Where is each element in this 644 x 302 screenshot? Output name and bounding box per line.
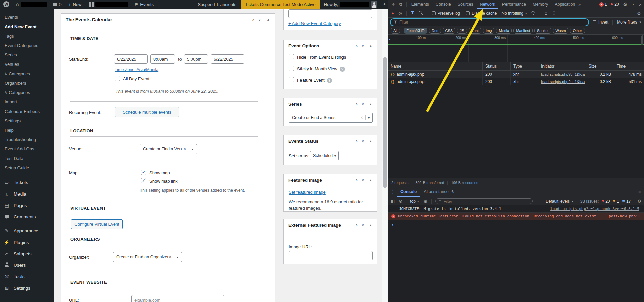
column-header-name[interactable]: Name	[388, 62, 483, 71]
column-header-time[interactable]: Time	[614, 62, 644, 71]
remove-x-icon[interactable]: ×	[169, 255, 171, 259]
tab-application[interactable]: Application	[551, 0, 578, 9]
sidebar-item-import[interactable]: Import	[0, 97, 54, 107]
sidebar-item-partial[interactable]: ✉WP Mail SMTP	[0, 298, 54, 302]
request-type-cell[interactable]: xhr	[511, 78, 538, 85]
info-badge[interactable]: ⚑17	[622, 199, 631, 204]
sidebar-item-plugins[interactable]: ⚡Plugins	[0, 236, 54, 248]
sidebar-item-settings[interactable]: Settings	[0, 116, 54, 126]
sidebar-item-calendar-embeds[interactable]: Calendar Embeds	[0, 107, 54, 116]
request-name-cell[interactable]: {}admin-ajax.php	[388, 78, 483, 85]
error-source-link[interactable]: post-new.php:1	[609, 214, 644, 218]
scrollbar-up-arrow[interactable]: ▲	[383, 2, 386, 5]
new-category-input[interactable]	[288, 9, 372, 18]
disable-cache-checkbox[interactable]	[466, 11, 470, 15]
sidebar-item-setup-guide[interactable]: Setup Guide	[0, 163, 54, 173]
record-icon[interactable]: ●	[391, 11, 394, 16]
chip-media[interactable]: Media	[496, 28, 512, 34]
show-map-checkbox[interactable]: ✓	[141, 170, 146, 175]
tab-network[interactable]: Network	[477, 0, 499, 9]
throttling-select[interactable]: No throttling	[501, 11, 523, 16]
schedule-multiple-events-button[interactable]: Schedule multiple events	[115, 107, 179, 117]
suspend-transients-menu[interactable]: Suspend Transients	[198, 2, 236, 7]
collapse-toggle-icon[interactable]: ▲	[369, 178, 372, 182]
request-initiator-cell[interactable]: load-scripts.php?c=1&loa	[538, 71, 586, 78]
move-up-icon[interactable]: ∧	[355, 43, 358, 48]
devtools-menu-icon[interactable]: ⋮	[631, 2, 636, 7]
request-initiator-cell[interactable]: load-scripts.php?c=1&loa	[538, 78, 586, 85]
inspect-icon[interactable]: ⌖	[392, 1, 395, 7]
timeline-scrollbar-thumb[interactable]	[641, 35, 643, 45]
disable-cache-label[interactable]: Disable cache	[472, 11, 497, 16]
log-source-link[interactable]: load-scripts.php?c=1…p-hooks&ver=6.8.1:5	[550, 207, 644, 211]
chip-img[interactable]: Img	[483, 28, 494, 34]
move-down-icon[interactable]: ∨	[361, 102, 364, 106]
move-up-icon[interactable]: ∧	[252, 17, 255, 22]
series-select[interactable]: Create or Find a Series × ▾	[289, 113, 373, 123]
collapse-toggle-icon[interactable]: ▲	[369, 139, 372, 143]
set-featured-image-link[interactable]: Set featured image	[289, 190, 326, 195]
network-conditions-icon[interactable]	[531, 11, 536, 15]
drawer-close-icon[interactable]: ×	[638, 189, 641, 195]
sidebar-item-tags[interactable]: Tags	[0, 32, 54, 41]
request-status-cell[interactable]: 200	[483, 71, 511, 78]
sidebar-item-event-add-ons[interactable]: Event Add-Ons	[0, 144, 54, 154]
chip-fetch-xhr[interactable]: Fetch/XHR	[404, 28, 427, 34]
move-down-icon[interactable]: ∨	[361, 223, 364, 227]
eye-icon[interactable]: ◉	[423, 199, 427, 204]
remove-x-icon[interactable]: ×	[184, 147, 186, 152]
move-up-icon[interactable]: ∧	[355, 178, 358, 182]
console-filter-input[interactable]	[444, 199, 511, 203]
console-settings-gear-icon[interactable]: ⚙	[637, 199, 641, 204]
column-header-type[interactable]: Type	[511, 62, 538, 71]
sticky-month-view-checkbox[interactable]	[289, 66, 294, 71]
collapse-toggle-icon[interactable]: ▲	[369, 102, 372, 106]
collapse-toggle-icon[interactable]: ▲	[369, 44, 372, 48]
sidebar-item-troubleshooting[interactable]: Troubleshooting	[0, 135, 54, 144]
collapse-toggle-icon[interactable]: ▲	[369, 223, 372, 227]
sidebar-item-event-categories[interactable]: Event Categories	[0, 41, 54, 50]
move-down-icon[interactable]: ∨	[361, 139, 364, 143]
search-icon[interactable]	[419, 11, 423, 15]
error-badge[interactable]: ✕1	[599, 2, 607, 7]
move-down-icon[interactable]: ∨	[361, 178, 364, 182]
devtools-close-icon[interactable]: ×	[639, 2, 642, 7]
venue-dropdown-section[interactable]: ▾	[188, 144, 197, 154]
image-url-input[interactable]	[289, 251, 373, 260]
sidebar-item-series[interactable]: Series	[0, 50, 54, 60]
status-select[interactable]: Scheduled ▾	[310, 151, 339, 160]
request-size-cell[interactable]: 0.2 kB	[586, 78, 614, 85]
sidebar-item-organizer-categories[interactable]: ↳Categories	[0, 88, 54, 97]
chip-all[interactable]: All	[391, 28, 400, 34]
drawer-menu-icon[interactable]: ⋮	[391, 189, 395, 195]
chip-other[interactable]: Other	[570, 28, 585, 34]
request-type-cell[interactable]: xhr	[511, 71, 538, 78]
issues-label[interactable]: 38 Issues:	[580, 199, 599, 204]
column-header-size[interactable]: Size	[586, 62, 614, 71]
organizer-select[interactable]: Create or Find an Organizer × ▾	[113, 252, 182, 262]
invert-label[interactable]: Invert	[598, 20, 608, 25]
sidebar-item-tools[interactable]: ⚒Tools	[0, 271, 54, 282]
wordpress-logo-menu[interactable]: W	[3, 1, 9, 7]
start-date-input[interactable]	[114, 54, 148, 64]
sidebar-item-help[interactable]: Help	[0, 126, 54, 135]
request-time-cell[interactable]: 531 ms	[614, 78, 644, 85]
show-map-link-checkbox[interactable]: ✓	[141, 178, 146, 183]
sidebar-item-comments[interactable]: Comments	[0, 211, 54, 222]
sidebar-item-snippets[interactable]: ✂Snippets	[0, 248, 54, 259]
issues-badge[interactable]: ⚑20	[610, 2, 619, 7]
clear-icon[interactable]: ⊘	[398, 11, 402, 16]
chip-manifest[interactable]: Manifest	[513, 28, 533, 34]
chip-js[interactable]: JS	[457, 28, 467, 34]
scrollbar-thumb[interactable]	[383, 57, 387, 188]
start-time-input[interactable]	[150, 54, 175, 64]
request-status-cell[interactable]: 200	[483, 78, 511, 85]
howdy-menu[interactable]: Howdy,	[324, 1, 377, 8]
column-header-initiator[interactable]: Initiator	[538, 62, 586, 71]
preserve-log-label[interactable]: Preserve log	[438, 11, 460, 16]
filter-toggle-icon[interactable]	[411, 11, 414, 15]
clear-console-icon[interactable]: ⊘	[399, 199, 402, 204]
more-filters-button[interactable]: More filters	[617, 20, 637, 25]
column-header-status[interactable]: Status	[483, 62, 511, 71]
move-up-icon[interactable]: ∧	[355, 139, 358, 143]
